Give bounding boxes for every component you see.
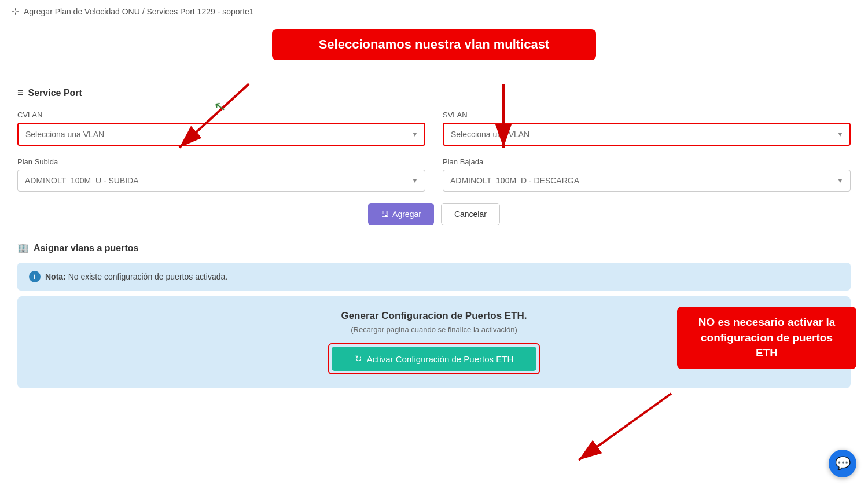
plan-subida-label: Plan Subida <box>17 157 425 166</box>
nota-bold: Nota: <box>45 272 66 281</box>
cancelar-button[interactable]: Cancelar <box>441 203 500 225</box>
nota-content: Nota: No existe configuración de puertos… <box>45 272 227 281</box>
service-port-section: ≡ Service Port CVLAN Selecciona una VLAN… <box>17 87 851 225</box>
svg-line-5 <box>579 394 671 460</box>
asignar-icon: 🏢 <box>17 242 29 253</box>
cvlan-group: CVLAN Selecciona una VLAN ▼ <box>17 111 425 146</box>
cvlan-select[interactable]: Selecciona una VLAN <box>17 123 425 146</box>
cancelar-label: Cancelar <box>454 209 487 219</box>
service-port-form: CVLAN Selecciona una VLAN ▼ SVLAN Selecc… <box>17 111 851 192</box>
annotation-top-banner: Seleccionamos nuestra vlan multicast <box>272 29 596 60</box>
header-breadcrumb: ⊹ Agregar Plan de Velocidad ONU / Servic… <box>0 0 868 23</box>
action-buttons: 🖫 Agregar Cancelar <box>17 203 851 225</box>
asignar-header: 🏢 Asignar vlans a puertos <box>17 242 851 253</box>
activar-button[interactable]: ↻ Activar Configuración de Puertos ETH <box>332 347 536 371</box>
svlan-select-wrapper: Selecciona una VLAN ▼ <box>443 123 851 146</box>
agregar-button[interactable]: 🖫 Agregar <box>368 203 434 225</box>
chat-icon: 💬 <box>835 456 851 471</box>
plan-subida-select-wrapper: ADMINOLT_100M_U - SUBIDA ▼ <box>17 170 425 192</box>
plan-bajada-label: Plan Bajada <box>443 157 851 166</box>
agregar-label: Agregar <box>392 209 421 219</box>
svlan-select[interactable]: Selecciona una VLAN <box>443 123 851 146</box>
svlan-label: SVLAN <box>443 111 851 119</box>
cvlan-select-wrapper: Selecciona una VLAN ▼ <box>17 123 425 146</box>
refresh-icon: ↻ <box>355 354 362 364</box>
service-port-title: Service Port <box>28 88 82 98</box>
activar-button-wrapper: ↻ Activar Configuración de Puertos ETH <box>328 343 540 374</box>
plan-bajada-select[interactable]: ADMINOLT_100M_D - DESCARGA <box>443 170 851 192</box>
plan-subida-select[interactable]: ADMINOLT_100M_U - SUBIDA <box>17 170 425 192</box>
nota-text: No existe configuración de puertos activ… <box>68 272 228 281</box>
save-icon: 🖫 <box>381 209 389 219</box>
chat-bubble-button[interactable]: 💬 <box>829 450 856 477</box>
asignar-title: Asignar vlans a puertos <box>34 243 138 253</box>
annotation-right-banner: NO es necesario activar la configuracion… <box>677 307 856 369</box>
nota-box: i Nota: No existe configuración de puert… <box>17 263 851 291</box>
plan-bajada-group: Plan Bajada ADMINOLT_100M_D - DESCARGA ▼ <box>443 157 851 192</box>
plan-subida-group: Plan Subida ADMINOLT_100M_U - SUBIDA ▼ <box>17 157 425 192</box>
activar-label: Activar Configuración de Puertos ETH <box>367 354 513 364</box>
info-icon: i <box>29 271 41 282</box>
plan-bajada-select-wrapper: ADMINOLT_100M_D - DESCARGA ▼ <box>443 170 851 192</box>
service-port-header: ≡ Service Port <box>17 87 851 99</box>
breadcrumb-text: Agregar Plan de Velocidad ONU / Services… <box>24 7 254 16</box>
svlan-group: SVLAN Selecciona una VLAN ▼ <box>443 111 851 146</box>
wifi-icon: ⊹ <box>12 6 19 17</box>
service-port-icon: ≡ <box>17 87 24 99</box>
